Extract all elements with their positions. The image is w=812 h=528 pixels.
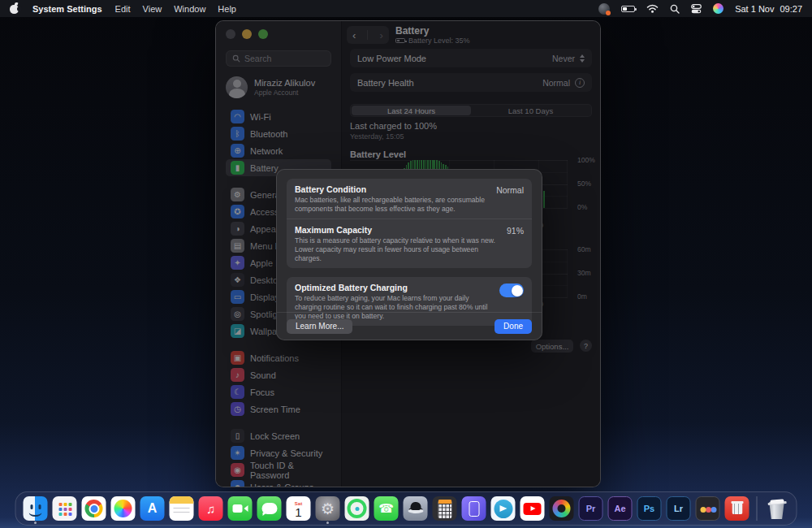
battery-condition-description: Mac batteries, like all rechargeable bat… [295,196,490,214]
dock-davinci-resolve-icon[interactable] [695,493,721,524]
dock-system-settings-icon[interactable] [315,493,341,524]
dock-after-effects-icon[interactable]: Ae [607,493,633,524]
app-menu-title[interactable]: System Settings [32,4,102,14]
maximum-capacity-value: 91% [507,226,524,236]
dock-separator [757,496,758,521]
dock-fitness-icon[interactable] [344,493,370,524]
dialog-card: Battery ConditionMac batteries, like all… [287,179,532,268]
dock-calculator-icon[interactable] [432,493,458,524]
menu-view[interactable]: View [143,4,162,14]
dock-photos-icon[interactable] [110,493,136,524]
dock-utility-hat-icon[interactable] [403,493,429,524]
control-center-icon[interactable] [691,4,702,14]
menu-help[interactable]: Help [218,4,236,14]
menubar-time[interactable]: 09:27 [780,4,802,14]
done-button[interactable]: Done [495,319,532,334]
learn-more-button[interactable]: Learn More... [287,319,352,334]
dock-lightroom-icon[interactable]: Lr [666,493,692,524]
optimized-battery-charging-toggle[interactable] [499,283,524,297]
status-app-icon[interactable] [598,3,610,15]
dock-telegram-icon[interactable] [490,493,516,524]
menu-window[interactable]: Window [174,4,205,14]
battery-health-dialog: Battery ConditionMac batteries, like all… [276,169,542,340]
dock: Sat1PrAePsLr [15,491,797,526]
dock-chrome-icon[interactable] [81,493,107,524]
siri-icon[interactable] [713,3,723,14]
dock-youtube-icon[interactable] [520,493,546,524]
dock-photoshop-icon[interactable]: Ps [637,493,663,524]
dock-facetime-icon[interactable] [227,493,253,524]
dock-creative-cloud-icon[interactable] [549,493,575,524]
battery-condition-title: Battery Condition [295,184,490,194]
maximum-capacity-title: Maximum Capacity [295,225,500,235]
apple-menu-icon[interactable] [10,3,19,14]
dialog-footer: Learn More... Done [277,312,542,340]
dock-iphone-mirroring-icon[interactable] [461,493,487,524]
spotlight-search-icon[interactable] [670,4,680,14]
dock-trash-icon[interactable] [764,493,790,524]
battery-status-icon[interactable] [621,6,635,12]
dock-premiere-pro-icon[interactable]: Pr [578,493,604,524]
dock-launchpad-icon[interactable] [52,493,78,524]
menu-edit[interactable]: Edit [115,4,131,14]
battery-condition-value: Normal [496,185,524,195]
optimized-battery-charging-title: Optimized Battery Charging [295,283,493,292]
dock-notes-icon[interactable] [169,493,195,524]
menubar-date[interactable]: Sat 1 Nov [735,4,774,14]
running-indicator [326,522,329,524]
dock-app-store-icon[interactable] [140,493,166,524]
dock-phone-icon[interactable] [374,493,400,524]
dock-finder-icon[interactable] [23,493,49,524]
battery-condition-row: Battery ConditionMac batteries, like all… [287,179,532,219]
menu-bar: System Settings EditViewWindowHelp [0,0,812,17]
dock-app-cleaner-icon[interactable] [724,493,750,524]
dock-music-icon[interactable] [198,493,224,524]
wifi-status-icon[interactable] [646,4,659,13]
maximum-capacity-description: This is a measure of battery capacity re… [295,236,500,263]
running-indicator [34,522,37,524]
dock-calendar-icon[interactable]: Sat1 [286,493,312,524]
dock-messages-icon[interactable] [257,493,283,524]
maximum-capacity-row: Maximum CapacityThis is a measure of bat… [287,219,532,268]
